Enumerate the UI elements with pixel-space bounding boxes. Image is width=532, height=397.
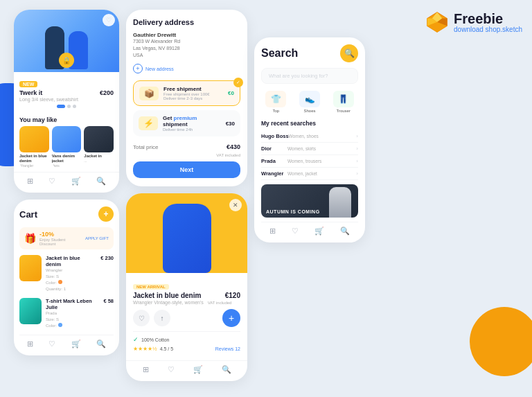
card4-footer: ⊞ ♡ 🛒 🔍: [19, 335, 114, 349]
cart-icon[interactable]: 🛒: [193, 365, 203, 374]
category-shoes-label: Shoes: [304, 109, 316, 113]
close-button[interactable]: ✕: [229, 199, 242, 211]
category-trouser[interactable]: 👖 Trouser: [328, 91, 358, 113]
recent-cat-3: Women, trousers: [287, 159, 356, 164]
cart-icon[interactable]: 🛒: [71, 339, 81, 349]
list-item[interactable]: Vans denim jacket Vans: [52, 126, 82, 168]
ship-info-premium: Get premium shipment Deliver time 24h: [163, 115, 221, 132]
card1-hero-image: ♡ 🔒: [14, 10, 119, 72]
cart-title: Cart: [19, 209, 37, 220]
card-twerk-it: ♡ 🔒 NEW Twerk it €200 Long 3/4 sleeve, s…: [14, 10, 119, 193]
search-button[interactable]: 🔍: [340, 44, 358, 62]
total-price: €430: [227, 143, 240, 150]
address-street: 7303 W Alexander Rd: [133, 38, 240, 45]
apply-gift-link[interactable]: APPLY GIFT: [85, 236, 109, 240]
promo-banner: AUTUMN IS COMING: [261, 184, 358, 218]
cart-add-button[interactable]: +: [98, 206, 114, 222]
card-delivery: Delivery address Gauthier Drewitt 7303 W…: [126, 10, 247, 186]
cart-icon[interactable]: 🛒: [71, 177, 81, 186]
grid-icon[interactable]: ⊞: [143, 365, 149, 374]
category-top[interactable]: 👕 Top: [261, 91, 291, 113]
gift-icon: 🎁: [24, 233, 36, 244]
category-shoes[interactable]: 👟 Shoes: [295, 91, 325, 113]
chevron-right-icon: ›: [356, 170, 358, 177]
dot-2: [67, 105, 71, 108]
may-like-thumb-blue: [52, 126, 82, 152]
cart-item-info-1: Jacket in blue denim WranglerSize: SColo…: [46, 255, 96, 292]
reviews-link[interactable]: Reviews 12: [215, 346, 240, 351]
new-address-button[interactable]: + New address: [133, 64, 240, 73]
column-2: Delivery address Gauthier Drewitt 7303 W…: [126, 10, 247, 381]
dot-1: [57, 105, 65, 108]
may-like-name-1: Jacket in blue denim: [19, 154, 49, 164]
delivery-title: Delivery address: [133, 18, 240, 26]
list-item[interactable]: Wrangler Women, jacket ›: [261, 168, 358, 180]
cart-item-thumb-2: [19, 298, 42, 324]
heart-icon[interactable]: ♡: [168, 365, 175, 374]
card3-actions: ♡ ↑ +: [133, 309, 240, 327]
ship-name-free: Free shipment: [163, 86, 223, 92]
category-top-label: Top: [272, 109, 279, 113]
product-name: Twerk it: [19, 89, 42, 96]
product-title-row: Twerk it €200: [19, 89, 114, 96]
shipment-option-premium[interactable]: ⚡ Get premium shipment Deliver time 24h …: [133, 110, 240, 136]
ship-price-free: €0: [228, 90, 234, 96]
search-input[interactable]: What are you looking for?: [261, 68, 358, 84]
recent-cat-2: Women, skirts: [287, 146, 356, 151]
address-block: Gauthier Drewitt 7303 W Alexander Rd Las…: [133, 32, 240, 58]
divider: [133, 331, 240, 332]
card-cart: Cart + 🎁 -10% Enjoy Student Discount APP…: [14, 200, 119, 355]
recent-brand-1: Hugo Boss: [261, 133, 289, 139]
recent-brand-3: Prada: [261, 158, 287, 164]
grid-icon[interactable]: ⊞: [269, 227, 276, 236]
search-icon[interactable]: 🔍: [96, 339, 106, 349]
list-item[interactable]: Prada Women, trousers ›: [261, 155, 358, 168]
ship-desc-premium: Deliver time 24h: [163, 127, 221, 132]
search-icon[interactable]: 🔍: [222, 365, 231, 374]
heart-icon[interactable]: ♡: [48, 339, 55, 349]
ship-icon-free: 📦: [139, 87, 159, 100]
card5-footer: ⊞ ♡ 🛒 🔍: [261, 222, 358, 236]
search-icon[interactable]: 🔍: [96, 177, 106, 186]
dot-3: [73, 105, 76, 108]
shipment-option-free[interactable]: 📦 Free shipment Free shipment over 100€D…: [133, 80, 240, 106]
cart-item-info-2: T-shirt Mark Leben Julie PradaSize: SCol…: [46, 298, 99, 329]
grid-icon[interactable]: ⊞: [27, 339, 33, 349]
may-like-sub-1: Wrangler: [19, 164, 49, 168]
cart-icon[interactable]: 🛒: [314, 227, 324, 236]
grid-icon[interactable]: ⊞: [27, 177, 33, 186]
may-like-name-2: Vans denim jacket: [52, 154, 82, 164]
plus-icon: +: [133, 64, 143, 73]
wishlist-button[interactable]: ♡: [133, 310, 150, 326]
list-item[interactable]: Jacket in blue denim Wrangler: [19, 126, 49, 168]
card3-footer: ⊞ ♡ 🛒 🔍: [126, 360, 247, 374]
rating-row: ★★★★½ 4.5 / 5 Reviews 12: [133, 346, 240, 352]
card3-vat: VAT included: [208, 301, 232, 305]
trouser-icon: 👖: [333, 91, 354, 107]
wishlist-heart-icon[interactable]: ♡: [103, 14, 115, 26]
cart-item-price-1: € 230: [100, 255, 114, 261]
share-button[interactable]: ↑: [154, 310, 170, 326]
column-3: Search 🔍 What are you looking for? 👕 Top…: [254, 37, 365, 242]
heart-icon[interactable]: ♡: [292, 227, 299, 236]
search-active-icon[interactable]: 🔍: [340, 227, 350, 236]
add-to-cart-button[interactable]: +: [222, 309, 240, 327]
list-item[interactable]: Dior Women, skirts ›: [261, 143, 358, 155]
category-row: 👕 Top 👟 Shoes 👖 Trouser: [261, 91, 358, 113]
heart-icon[interactable]: ♡: [48, 177, 55, 186]
color-swatch-orange: [58, 280, 62, 284]
may-like-sub-2: Vans: [52, 164, 82, 168]
ship-price-premium: €30: [226, 121, 235, 127]
selected-check-icon: ✓: [233, 78, 243, 87]
card-search: Search 🔍 What are you looking for? 👕 Top…: [254, 37, 365, 242]
recent-searches-title: My recent searches: [261, 120, 358, 127]
list-item[interactable]: Jacket in ...: [84, 126, 114, 168]
card3-body: NEW ARRIVAL Jacket in blue denim €120 Wr…: [126, 273, 247, 358]
may-like-thumb-yellow: [19, 126, 49, 152]
cart-item-detail-1: WranglerSize: SColor: Quantity: 1: [46, 267, 96, 292]
shoes-icon: 👟: [299, 91, 320, 107]
card1-footer: ⊞ ♡ 🛒 🔍: [14, 172, 119, 187]
list-item[interactable]: Hugo Boss Women, shoes ›: [261, 130, 358, 143]
freebie-label: Freebie: [454, 12, 522, 26]
next-button[interactable]: Next: [133, 161, 240, 178]
